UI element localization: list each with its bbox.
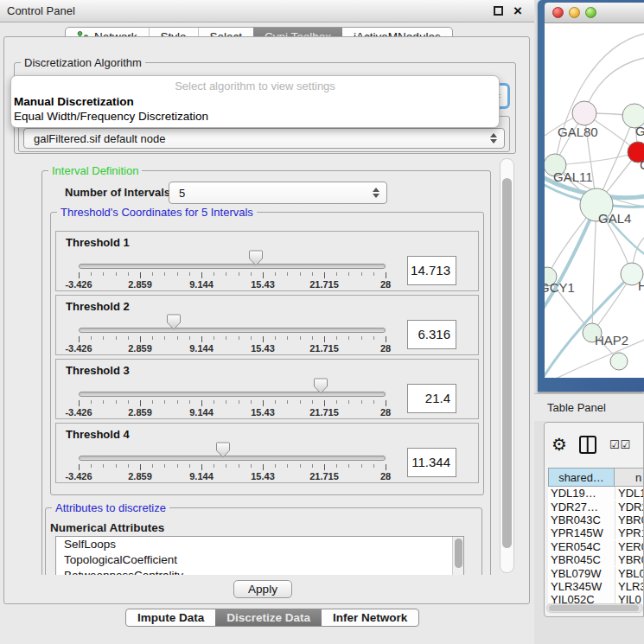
- network-canvas[interactable]: GAL80 GA C GAL11 GAL4 GCY1 H HAP2: [545, 23, 644, 378]
- numerical-attributes-list[interactable]: SelfLoops TopologicalCoefficient Between…: [55, 536, 464, 575]
- node-label: C: [640, 157, 644, 172]
- close-traffic-light-icon[interactable]: [552, 7, 564, 18]
- threshold-3-value-field[interactable]: 21.4: [407, 384, 456, 413]
- number-of-intervals-label: Number of Intervals: [65, 186, 170, 199]
- popup-item-equal-width-frequency[interactable]: Equal Width/Frequency Discretization: [11, 109, 499, 124]
- node-label: H: [638, 278, 644, 293]
- group-title: Discretization Algorithm: [21, 56, 145, 69]
- combo-stepper-icon: [373, 188, 379, 198]
- slider-thumb[interactable]: [215, 442, 230, 458]
- float-window-icon[interactable]: [494, 6, 503, 16]
- zoom-traffic-light-icon[interactable]: [585, 7, 596, 18]
- table-data-value: galFiltered.sif default node: [34, 132, 165, 145]
- threshold-3-slider[interactable]: -3.426 2.859 9.144 15.43 21.715 28: [79, 360, 386, 420]
- popup-item-manual-discretization[interactable]: Manual Discretization: [11, 94, 499, 109]
- table-row[interactable]: YBR043CYBR0: [548, 513, 644, 526]
- slider-track[interactable]: [79, 328, 386, 333]
- popup-placeholder: Select algorithm to view settings: [11, 80, 499, 92]
- table-row[interactable]: YDR27…YDR2: [548, 500, 644, 513]
- node-partial-bottom[interactable]: [610, 353, 628, 370]
- node-label: GAL80: [558, 124, 598, 139]
- slider-track[interactable]: [79, 456, 386, 461]
- table-row[interactable]: YBR045CYBR0: [548, 553, 644, 566]
- table-row[interactable]: YER054CYER0: [548, 540, 644, 553]
- numerical-attributes-label: Numerical Attributes: [50, 521, 164, 534]
- settings-scrollbar[interactable]: [500, 158, 514, 573]
- threshold-1-slider[interactable]: -3.426 2.859 9.144 15.43 21.715 28: [79, 232, 386, 292]
- list-item[interactable]: SelfLoops: [56, 537, 463, 552]
- panel-title: Control Panel: [7, 4, 75, 17]
- threshold-2-value-field[interactable]: 6.316: [407, 320, 456, 349]
- select-columns-checkboxes-icon[interactable]: ☑☑: [609, 438, 631, 451]
- table-panel-title: Table Panel: [547, 401, 606, 414]
- threshold-1-panel: Threshold 1 -3.426 2.859 9.144 15.43 21.…: [55, 231, 479, 291]
- scrollbar-thumb[interactable]: [549, 605, 639, 611]
- slider-thumb[interactable]: [167, 314, 182, 330]
- group-title: Interval Definition: [48, 164, 142, 177]
- tab-discretize-data[interactable]: Discretize Data: [215, 609, 322, 626]
- node-label: GAL4: [598, 211, 631, 226]
- group-title: Threshold's Coordinates for 5 Intervals: [57, 206, 257, 219]
- threshold-3-panel: Threshold 3 -3.426 2.859 9.144 15.43 21.…: [55, 359, 479, 419]
- tab-infer-network[interactable]: Infer Network: [322, 609, 418, 626]
- table-row[interactable]: YIL052CYIL0: [548, 593, 644, 603]
- node-gal80[interactable]: [572, 101, 596, 125]
- combo-stepper-icon: [490, 133, 497, 143]
- threshold-2-slider[interactable]: -3.426 2.859 9.144 15.43 21.715 28: [79, 296, 386, 356]
- slider-thumb[interactable]: [248, 250, 263, 266]
- threshold-1-value-field[interactable]: 14.713: [407, 256, 456, 285]
- table-body: YDL19…YDL1 YDR27…YDR2 YBR043CYBR0 YPR145…: [548, 487, 644, 603]
- list-scrollbar[interactable]: [452, 537, 463, 575]
- control-panel: Control Panel × Network Style Select Cyn…: [0, 0, 534, 644]
- table-data-combobox[interactable]: galFiltered.sif default node: [23, 128, 505, 149]
- node-label: GA: [635, 124, 644, 138]
- column-header-shared-name[interactable]: shared…: [548, 468, 615, 487]
- table-panel-header: Table Panel: [534, 393, 644, 421]
- algorithm-dropdown-popup: Select algorithm to view settings Manual…: [10, 75, 500, 128]
- tab-impute-data[interactable]: Impute Data: [126, 609, 215, 626]
- number-of-intervals-combobox[interactable]: 5: [169, 182, 387, 204]
- group-title: Attributes to discretize: [52, 501, 169, 514]
- table-panel: ⚙ ☑☑ shared… n YDL19…YDL1 YDR27…YDR2 YBR…: [544, 422, 644, 617]
- control-panel-titlebar: Control Panel ×: [0, 0, 534, 22]
- table-horizontal-scrollbar[interactable]: [546, 603, 643, 613]
- list-item[interactable]: TopologicalCoefficient: [56, 552, 463, 568]
- gear-icon[interactable]: ⚙: [552, 434, 567, 455]
- interval-count-value: 5: [179, 187, 185, 200]
- close-icon[interactable]: ×: [513, 6, 522, 16]
- column-header-name[interactable]: n: [615, 468, 644, 487]
- scrollbar-thumb[interactable]: [502, 178, 512, 548]
- columns-icon[interactable]: [579, 436, 596, 454]
- threshold-4-slider[interactable]: -3.426 2.859 9.144 15.43 21.715 28: [79, 424, 386, 484]
- threshold-2-panel: Threshold 2 -3.426 2.859 9.144 15.43 21.…: [55, 295, 479, 355]
- table-row[interactable]: YBL079WYBL0: [548, 566, 644, 579]
- table-header-row: shared… n: [548, 468, 644, 487]
- apply-button[interactable]: Apply: [233, 580, 292, 598]
- bottom-tab-bar: Impute Data Discretize Data Infer Networ…: [125, 609, 419, 627]
- threshold-4-value-field[interactable]: 11.344: [407, 448, 456, 477]
- table-row[interactable]: YDL19…YDL1: [548, 487, 644, 500]
- table-row[interactable]: YPR145WYPR1: [548, 526, 644, 539]
- network-window-titlebar[interactable]: [545, 3, 644, 23]
- list-item[interactable]: BetweennessCentrality: [56, 568, 463, 575]
- settings-scrollpane: Interval Definition Number of Intervals …: [11, 156, 514, 575]
- node-label: GAL11: [553, 169, 593, 184]
- table-row[interactable]: YLR345WYLR3: [548, 580, 644, 593]
- node-label: GCY1: [545, 280, 575, 295]
- threshold-4-panel: Threshold 4 -3.426 2.859 9.144 15.43 21.…: [55, 423, 479, 483]
- slider-track[interactable]: [79, 392, 386, 397]
- node-label: HAP2: [595, 333, 628, 348]
- slider-thumb[interactable]: [314, 378, 328, 394]
- table-toolbar: ⚙ ☑☑: [545, 423, 644, 466]
- minimize-traffic-light-icon[interactable]: [569, 7, 580, 18]
- slider-track[interactable]: [79, 264, 386, 269]
